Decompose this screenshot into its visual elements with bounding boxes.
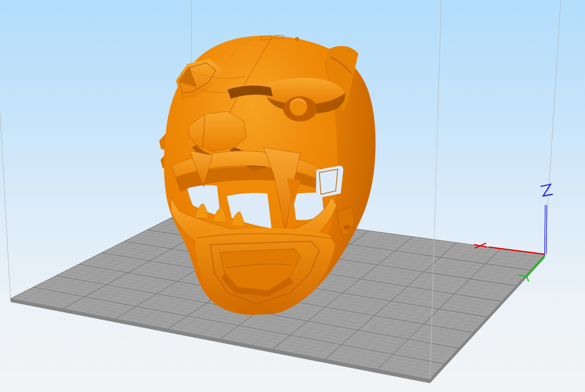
scene-svg: X Y Z <box>0 0 585 392</box>
crown-vent-dot <box>295 37 299 41</box>
axis-y-label: Y <box>520 274 525 281</box>
axis-x-label: X <box>478 242 482 249</box>
volume-edge-left <box>0 112 10 299</box>
axis-z-label: Z <box>543 188 549 198</box>
volume-edge-right <box>545 0 561 255</box>
axis-z-line2 <box>546 205 547 254</box>
eyeball-right <box>290 98 307 116</box>
viewport-3d[interactable]: X Y Z <box>0 0 585 392</box>
